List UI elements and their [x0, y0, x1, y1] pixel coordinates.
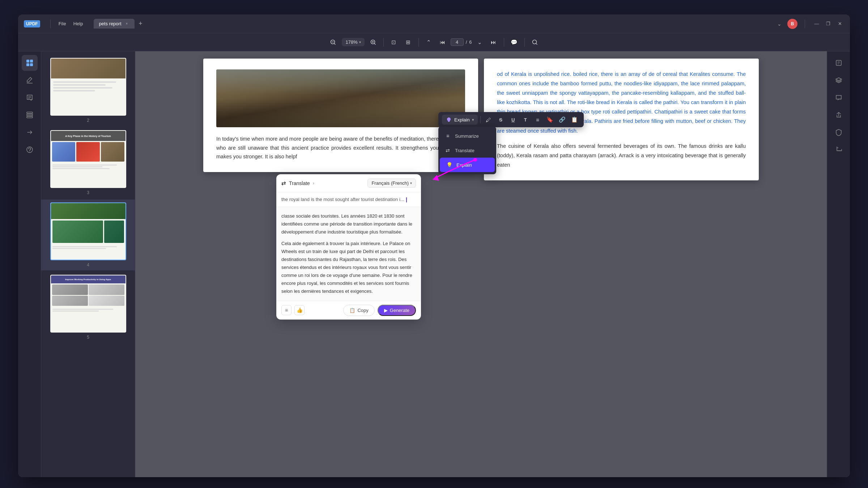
- menu-file[interactable]: File: [55, 20, 70, 28]
- et-align-button[interactable]: ≡: [532, 114, 543, 125]
- sidebar-convert-button[interactable]: [22, 124, 38, 140]
- thumbs-up-icon[interactable]: 👍: [294, 305, 305, 315]
- zoom-level[interactable]: 178% ▾: [342, 38, 364, 46]
- svg-rect-19: [27, 116, 33, 118]
- translate-icon: ⇄: [444, 147, 451, 154]
- user-avatar[interactable]: B: [787, 19, 797, 29]
- et-highlight-button[interactable]: 🖊: [483, 114, 494, 125]
- thumbnail-page-2[interactable]: 2: [41, 55, 135, 126]
- generate-button[interactable]: ▶ Generate: [378, 305, 416, 316]
- feedback-icon[interactable]: ≡: [281, 305, 292, 315]
- minimize-button[interactable]: —: [812, 20, 821, 28]
- explain-menu-label: Explain: [456, 162, 472, 168]
- right-sidebar-comments[interactable]: [831, 90, 847, 106]
- translate-popup-label: Translate: [289, 180, 310, 186]
- translate-output-text: classe sociale des touristes. Les années…: [281, 212, 416, 296]
- zoom-in-button[interactable]: [367, 37, 379, 48]
- svg-rect-17: [27, 112, 33, 114]
- footer-icons: ≡ 👍: [281, 305, 305, 315]
- menu-help[interactable]: Help: [70, 20, 87, 28]
- et-bookmark-button[interactable]: 🔖: [545, 114, 556, 125]
- menu-summarize[interactable]: ≡ Summarize: [438, 129, 496, 143]
- tab-close-button[interactable]: ×: [124, 21, 129, 26]
- tab-pets-report[interactable]: pets report ×: [94, 19, 134, 29]
- toolbar-sep-1: [383, 38, 384, 47]
- explain-active-button[interactable]: Explain ▾: [442, 115, 478, 125]
- search-button[interactable]: [529, 37, 541, 48]
- page-down-button[interactable]: ⌄: [474, 37, 486, 48]
- first-page-button[interactable]: ⏮: [437, 37, 448, 48]
- translate-label: Translate: [455, 148, 475, 153]
- page-display: ⌃ ⏮ / 6 ⌄ ⏭: [423, 37, 499, 48]
- sidebar-edit-button[interactable]: [22, 72, 38, 88]
- svg-line-2: [334, 43, 335, 44]
- et-underline-button[interactable]: U: [508, 114, 519, 125]
- menu-explain[interactable]: 💡 Explain: [440, 158, 495, 172]
- footer-action-buttons: 📋 Copy ▶ Generate: [343, 305, 416, 316]
- fit-width-button[interactable]: ⊞: [403, 37, 414, 48]
- updf-logo: UPDF: [24, 20, 40, 27]
- last-page-button[interactable]: ⏭: [488, 37, 499, 48]
- sidebar-annotate-button[interactable]: [22, 90, 38, 106]
- hero-image: [216, 69, 465, 127]
- svg-line-6: [374, 43, 375, 44]
- thumb-image-3: A Key Phase in the History of Tourism: [50, 130, 126, 188]
- titlebar-divider: [50, 20, 51, 28]
- language-selector[interactable]: Français (French) ▾: [367, 179, 416, 188]
- close-button[interactable]: ✕: [835, 20, 844, 28]
- thumb-num-5: 5: [87, 335, 89, 340]
- zoom-out-button[interactable]: [327, 37, 339, 48]
- thumbnail-page-3[interactable]: A Key Phase in the History of Tourism: [41, 127, 135, 198]
- thumbnail-page-4[interactable]: 4: [41, 200, 135, 270]
- new-tab-button[interactable]: +: [136, 19, 145, 29]
- explain-dropdown-arrow[interactable]: ▾: [472, 117, 474, 122]
- et-strikethrough-button[interactable]: S: [495, 114, 506, 125]
- copy-label: Copy: [357, 308, 368, 313]
- page-up-button[interactable]: ⌃: [423, 37, 435, 48]
- toolbar-sep-4: [524, 38, 525, 47]
- svg-rect-11: [26, 63, 29, 66]
- explain-menu-icon: 💡: [446, 161, 453, 168]
- page-total: 6: [469, 39, 472, 45]
- thumb-num-3: 3: [87, 190, 89, 195]
- et-text-button[interactable]: T: [520, 114, 531, 125]
- explain-toolbar: Explain ▾ 🖊 S U T ≡ 🔖 🔗 📋: [438, 112, 584, 127]
- translate-header-arrow: ›: [313, 181, 314, 186]
- right-sidebar-layers[interactable]: [831, 72, 847, 88]
- svg-rect-9: [26, 60, 29, 63]
- copy-button[interactable]: 📋 Copy: [343, 305, 374, 316]
- summarize-label: Summarize: [455, 133, 479, 139]
- maximize-button[interactable]: ❐: [824, 20, 833, 28]
- translate-icon-header: ⇄: [281, 180, 286, 187]
- sidebar-ai-button[interactable]: [22, 142, 38, 158]
- et-sep-1: [480, 116, 481, 123]
- translate-input-text: the royal land is the most sought after …: [281, 197, 416, 202]
- app-window: UPDF File Help pets report × + ⌄ B — ❐ ✕: [18, 14, 850, 477]
- et-link-button[interactable]: 🔗: [557, 114, 568, 125]
- sidebar-organize-button[interactable]: [22, 107, 38, 123]
- chevron-down-icon[interactable]: ⌄: [774, 19, 784, 29]
- copy-icon: 📋: [349, 308, 355, 313]
- fit-page-button[interactable]: ⊡: [388, 37, 400, 48]
- left-sidebar: [18, 51, 41, 477]
- selected-language: Français (French): [371, 180, 409, 186]
- toolbar-sep-3: [504, 38, 504, 47]
- thumb-image-4: [50, 202, 126, 260]
- right-sidebar-share[interactable]: [831, 107, 847, 123]
- menu-translate[interactable]: ⇄ Translate: [438, 143, 496, 158]
- thumb-num-2: 2: [87, 118, 89, 123]
- et-copy-format-button[interactable]: 📋: [569, 114, 580, 125]
- pdf-left-page: In today's time when more and more peopl…: [203, 59, 478, 172]
- sidebar-thumbnails-button[interactable]: [22, 55, 38, 71]
- svg-point-21: [29, 151, 30, 152]
- thumbnail-page-5[interactable]: Improve Working Productivity in Using Ap…: [41, 272, 135, 343]
- right-sidebar-crop[interactable]: [831, 142, 847, 158]
- right-sidebar-properties[interactable]: [831, 55, 847, 71]
- explain-icon: [446, 116, 452, 123]
- translate-output-area: classe sociale des touristes. Les années…: [276, 207, 421, 301]
- translate-input-area: the royal land is the most sought after …: [276, 192, 421, 207]
- right-sidebar-protect[interactable]: [831, 124, 847, 140]
- page-number-input[interactable]: [451, 38, 464, 46]
- comment-button[interactable]: 💬: [509, 37, 520, 48]
- updf-logo-text: UPDF: [24, 20, 40, 27]
